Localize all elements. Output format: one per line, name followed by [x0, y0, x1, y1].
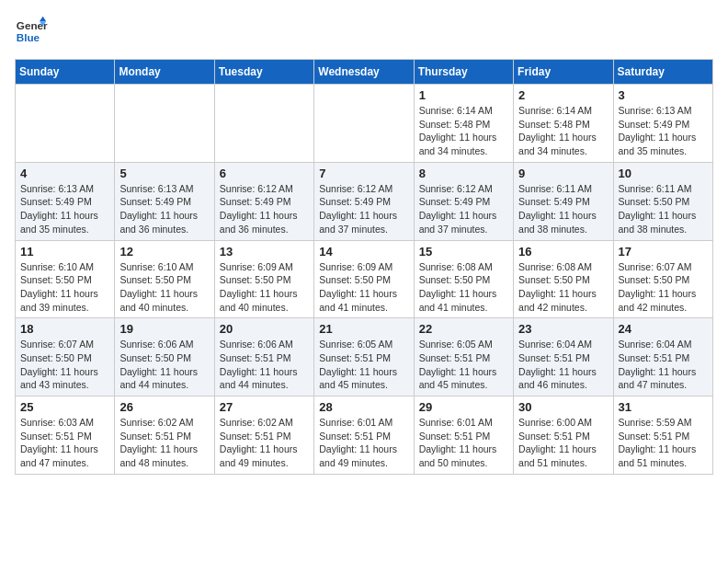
day-number: 1 [419, 88, 508, 102]
calendar-cell: 24Sunrise: 6:04 AM Sunset: 5:51 PM Dayli… [613, 318, 712, 396]
week-row-2: 4Sunrise: 6:13 AM Sunset: 5:49 PM Daylig… [16, 162, 713, 240]
day-number: 20 [220, 322, 309, 336]
calendar-cell: 22Sunrise: 6:05 AM Sunset: 5:51 PM Dayli… [414, 318, 513, 396]
day-info: Sunrise: 6:00 AM Sunset: 5:51 PM Dayligh… [518, 416, 608, 470]
calendar-cell: 30Sunrise: 6:00 AM Sunset: 5:51 PM Dayli… [514, 396, 613, 475]
weekday-header-saturday: Saturday [613, 60, 712, 85]
day-number: 29 [419, 400, 508, 414]
day-number: 3 [619, 88, 708, 102]
day-info: Sunrise: 6:11 AM Sunset: 5:49 PM Dayligh… [518, 182, 608, 236]
calendar-cell: 5Sunrise: 6:13 AM Sunset: 5:49 PM Daylig… [115, 162, 214, 240]
day-info: Sunrise: 6:10 AM Sunset: 5:50 PM Dayligh… [20, 260, 109, 315]
day-number: 24 [619, 322, 708, 336]
calendar-cell: 12Sunrise: 6:10 AM Sunset: 5:50 PM Dayli… [115, 240, 214, 318]
day-info: Sunrise: 6:14 AM Sunset: 5:48 PM Dayligh… [419, 104, 508, 158]
calendar-cell: 3Sunrise: 6:13 AM Sunset: 5:49 PM Daylig… [613, 85, 712, 163]
day-info: Sunrise: 6:11 AM Sunset: 5:50 PM Dayligh… [619, 182, 708, 236]
calendar-cell: 6Sunrise: 6:12 AM Sunset: 5:49 PM Daylig… [214, 162, 313, 240]
weekday-header-tuesday: Tuesday [214, 60, 313, 85]
calendar-cell: 11Sunrise: 6:10 AM Sunset: 5:50 PM Dayli… [16, 240, 115, 318]
day-number: 23 [518, 322, 608, 336]
calendar-table: SundayMondayTuesdayWednesdayThursdayFrid… [15, 59, 713, 475]
weekday-header-sunday: Sunday [16, 60, 115, 85]
day-number: 31 [619, 400, 708, 414]
day-number: 26 [119, 400, 209, 414]
day-info: Sunrise: 6:04 AM Sunset: 5:51 PM Dayligh… [619, 338, 708, 392]
day-number: 9 [518, 167, 608, 180]
day-info: Sunrise: 6:12 AM Sunset: 5:49 PM Dayligh… [419, 182, 508, 236]
day-number: 22 [419, 322, 508, 336]
day-number: 2 [518, 88, 608, 102]
calendar-cell: 17Sunrise: 6:07 AM Sunset: 5:50 PM Dayli… [613, 240, 712, 318]
week-row-4: 18Sunrise: 6:07 AM Sunset: 5:50 PM Dayli… [16, 318, 713, 396]
calendar-cell [115, 85, 214, 163]
calendar-cell: 31Sunrise: 5:59 AM Sunset: 5:51 PM Dayli… [613, 396, 712, 475]
calendar-cell: 26Sunrise: 6:02 AM Sunset: 5:51 PM Dayli… [115, 396, 214, 475]
calendar-cell: 16Sunrise: 6:08 AM Sunset: 5:50 PM Dayli… [514, 240, 613, 318]
day-info: Sunrise: 6:05 AM Sunset: 5:51 PM Dayligh… [419, 338, 508, 392]
day-number: 21 [319, 322, 408, 336]
day-number: 30 [518, 400, 608, 414]
weekday-header-friday: Friday [514, 60, 613, 85]
day-number: 13 [220, 245, 309, 259]
day-info: Sunrise: 6:06 AM Sunset: 5:51 PM Dayligh… [220, 338, 309, 392]
day-info: Sunrise: 6:10 AM Sunset: 5:50 PM Dayligh… [119, 260, 209, 315]
calendar-cell: 7Sunrise: 6:12 AM Sunset: 5:49 PM Daylig… [314, 162, 414, 240]
day-number: 11 [20, 245, 109, 259]
calendar-cell: 10Sunrise: 6:11 AM Sunset: 5:50 PM Dayli… [613, 162, 712, 240]
day-number: 12 [119, 245, 209, 259]
day-info: Sunrise: 6:13 AM Sunset: 5:49 PM Dayligh… [619, 104, 708, 158]
day-number: 19 [119, 322, 209, 336]
day-number: 8 [419, 167, 508, 180]
day-info: Sunrise: 6:06 AM Sunset: 5:50 PM Dayligh… [119, 338, 209, 392]
day-info: Sunrise: 6:01 AM Sunset: 5:51 PM Dayligh… [319, 416, 408, 470]
day-number: 25 [20, 400, 109, 414]
day-info: Sunrise: 6:08 AM Sunset: 5:50 PM Dayligh… [518, 260, 608, 315]
weekday-header-thursday: Thursday [414, 60, 513, 85]
day-info: Sunrise: 6:07 AM Sunset: 5:50 PM Dayligh… [20, 338, 109, 392]
weekday-header-wednesday: Wednesday [314, 60, 414, 85]
logo: General Blue [15, 15, 48, 48]
day-number: 7 [319, 167, 408, 180]
calendar-cell: 13Sunrise: 6:09 AM Sunset: 5:50 PM Dayli… [214, 240, 313, 318]
week-row-1: 1Sunrise: 6:14 AM Sunset: 5:48 PM Daylig… [16, 85, 713, 163]
day-number: 10 [619, 167, 708, 180]
calendar-cell: 21Sunrise: 6:05 AM Sunset: 5:51 PM Dayli… [314, 318, 414, 396]
day-info: Sunrise: 6:04 AM Sunset: 5:51 PM Dayligh… [518, 338, 608, 392]
day-info: Sunrise: 6:02 AM Sunset: 5:51 PM Dayligh… [119, 416, 209, 470]
day-info: Sunrise: 6:01 AM Sunset: 5:51 PM Dayligh… [419, 416, 508, 470]
day-number: 16 [518, 245, 608, 259]
day-number: 15 [419, 245, 508, 259]
day-info: Sunrise: 5:59 AM Sunset: 5:51 PM Dayligh… [619, 416, 708, 470]
calendar-cell: 8Sunrise: 6:12 AM Sunset: 5:49 PM Daylig… [414, 162, 513, 240]
day-number: 17 [619, 245, 708, 259]
calendar-cell: 15Sunrise: 6:08 AM Sunset: 5:50 PM Dayli… [414, 240, 513, 318]
day-info: Sunrise: 6:12 AM Sunset: 5:49 PM Dayligh… [220, 182, 309, 236]
calendar-cell: 2Sunrise: 6:14 AM Sunset: 5:48 PM Daylig… [514, 85, 613, 163]
day-info: Sunrise: 6:08 AM Sunset: 5:50 PM Dayligh… [419, 260, 508, 315]
page-header: General Blue [15, 15, 713, 48]
calendar-cell [214, 85, 313, 163]
day-info: Sunrise: 6:02 AM Sunset: 5:51 PM Dayligh… [220, 416, 309, 470]
day-info: Sunrise: 6:14 AM Sunset: 5:48 PM Dayligh… [518, 104, 608, 158]
calendar-cell: 19Sunrise: 6:06 AM Sunset: 5:50 PM Dayli… [115, 318, 214, 396]
day-number: 5 [119, 167, 209, 180]
logo-icon: General Blue [15, 15, 48, 48]
svg-text:Blue: Blue [17, 31, 40, 43]
weekday-header-monday: Monday [115, 60, 214, 85]
day-info: Sunrise: 6:13 AM Sunset: 5:49 PM Dayligh… [20, 182, 109, 236]
calendar-cell: 25Sunrise: 6:03 AM Sunset: 5:51 PM Dayli… [16, 396, 115, 475]
calendar-cell: 29Sunrise: 6:01 AM Sunset: 5:51 PM Dayli… [414, 396, 513, 475]
day-number: 4 [20, 167, 109, 180]
day-info: Sunrise: 6:12 AM Sunset: 5:49 PM Dayligh… [319, 182, 408, 236]
day-number: 6 [220, 167, 309, 180]
day-info: Sunrise: 6:13 AM Sunset: 5:49 PM Dayligh… [119, 182, 209, 236]
calendar-cell: 28Sunrise: 6:01 AM Sunset: 5:51 PM Dayli… [314, 396, 414, 475]
calendar-cell: 14Sunrise: 6:09 AM Sunset: 5:50 PM Dayli… [314, 240, 414, 318]
week-row-3: 11Sunrise: 6:10 AM Sunset: 5:50 PM Dayli… [16, 240, 713, 318]
day-number: 28 [319, 400, 408, 414]
day-number: 14 [319, 245, 408, 259]
day-number: 27 [220, 400, 309, 414]
calendar-cell: 18Sunrise: 6:07 AM Sunset: 5:50 PM Dayli… [16, 318, 115, 396]
calendar-cell: 9Sunrise: 6:11 AM Sunset: 5:49 PM Daylig… [514, 162, 613, 240]
